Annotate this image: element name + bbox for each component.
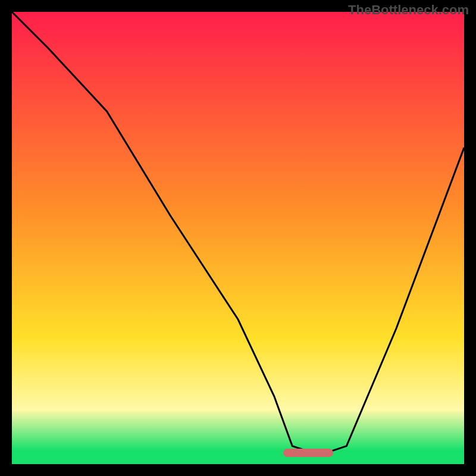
watermark-text: TheBottleneck.com bbox=[348, 2, 469, 18]
chart-frame: TheBottleneck.com bbox=[0, 0, 476, 476]
bottleneck-curve-path bbox=[12, 12, 464, 455]
bottleneck-curve-svg bbox=[12, 12, 464, 464]
optimal-range-indicator bbox=[283, 449, 333, 457]
plot-area bbox=[12, 12, 464, 464]
